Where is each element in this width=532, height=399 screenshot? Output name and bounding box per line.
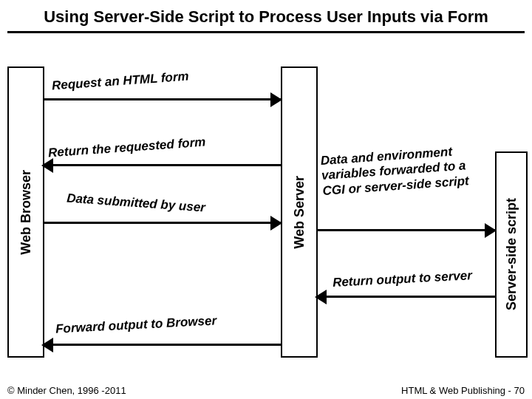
- arrow-submit-data-label: Data submitted by user: [66, 191, 206, 215]
- box-web-browser-label: Web Browser: [18, 170, 34, 255]
- title-rule: [7, 31, 525, 33]
- arrow-return-output: [316, 296, 495, 298]
- box-web-server: Web Server: [281, 66, 318, 358]
- box-server-side-script-label: Server-side script: [504, 198, 519, 310]
- arrow-return-form: [43, 164, 281, 166]
- arrow-forward-to-browser-label: Forward output to Browser: [55, 313, 217, 336]
- arrow-return-form-label: Return the requested form: [48, 135, 206, 161]
- arrow-request-form-label: Request an HTML form: [52, 69, 190, 94]
- arrow-forward-to-script: [316, 229, 495, 231]
- footer-page: HTML & Web Publishing - 70: [401, 385, 525, 396]
- arrow-forward-to-script-label: Data and environment variables forwarded…: [320, 142, 493, 199]
- arrow-return-output-label: Return output to server: [332, 268, 473, 290]
- box-web-browser: Web Browser: [7, 66, 44, 358]
- box-web-server-label: Web Server: [292, 176, 307, 249]
- page-title: Using Server-Side Script to Process User…: [0, 0, 532, 31]
- arrow-request-form: [43, 98, 281, 100]
- footer-copyright: © Minder Chen, 1996 -2011: [7, 385, 126, 396]
- box-server-side-script: Server-side script: [495, 151, 528, 358]
- footer: © Minder Chen, 1996 -2011 HTML & Web Pub…: [7, 385, 525, 396]
- arrow-forward-to-browser: [43, 344, 281, 346]
- diagram-stage: Web Browser Web Server Server-side scrip…: [7, 37, 525, 377]
- arrow-submit-data: [43, 222, 281, 224]
